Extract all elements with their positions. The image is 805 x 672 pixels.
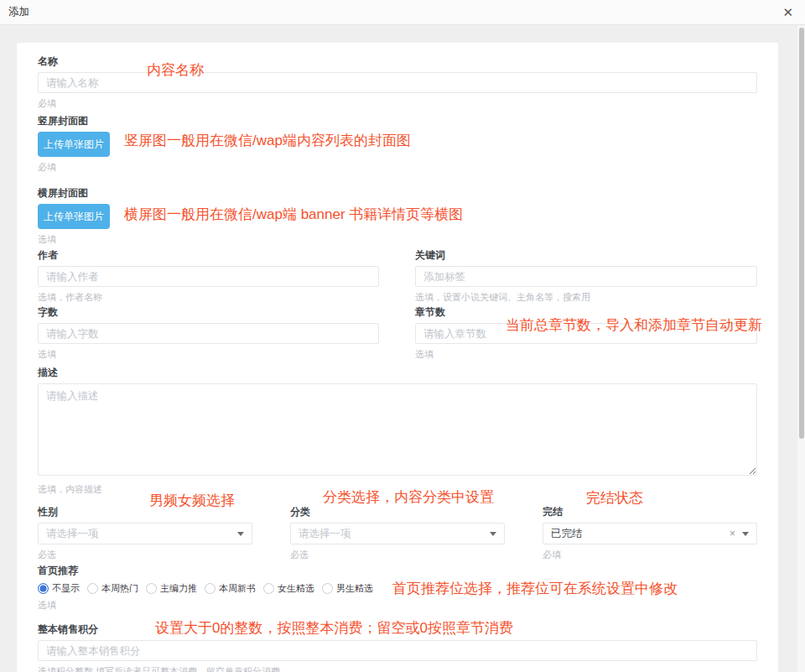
- finished-select-value: 已完结: [551, 527, 730, 541]
- radio-option-label: 本周热门: [101, 582, 138, 595]
- book-points-input[interactable]: [38, 640, 757, 661]
- row-words-chapters: 字数 选填 章节数 选填 当前总章节数，导入和添加章节自动更新: [38, 305, 757, 360]
- finished-select[interactable]: 已完结 ×: [543, 523, 757, 544]
- name-helper: 必填: [38, 97, 757, 109]
- radio-option-1[interactable]: 本周热门: [87, 582, 138, 595]
- radio-checked-icon: [38, 583, 49, 594]
- homepage-rec-helper: 选填: [38, 599, 757, 611]
- chapter-count-helper: 选填: [415, 348, 757, 360]
- dialog-header: 添加 ✕: [0, 0, 805, 25]
- field-description: 描述 选填，内容描述: [38, 366, 757, 495]
- radio-option-label: 不显示: [52, 582, 80, 595]
- keywords-input[interactable]: [415, 266, 757, 287]
- field-landscape-cover: 横屏封面图 上传单张图片 选填 横屏图一般用在微信/wap端 banner 书籍…: [38, 186, 757, 245]
- author-input[interactable]: [38, 266, 379, 287]
- clear-icon[interactable]: ×: [730, 529, 735, 539]
- word-count-helper: 选填: [38, 348, 379, 360]
- word-count-label: 字数: [38, 305, 379, 319]
- landscape-cover-annotation: 横屏图一般用在微信/wap端 banner 书籍详情页等横图: [124, 206, 463, 223]
- field-gender: 性别 请选择一项 必选: [38, 505, 252, 560]
- radio-option-0[interactable]: 不显示: [38, 582, 80, 595]
- portrait-cover-annotation: 竖屏图一般用在微信/wap端内容列表的封面图: [124, 133, 411, 149]
- scrollbar-thumb[interactable]: [799, 28, 804, 439]
- name-input[interactable]: [38, 72, 757, 93]
- portrait-cover-helper: 必填: [38, 161, 757, 173]
- row-author-keywords: 作者 选填，作者名称 关键词 选填，设置小说关键词、主角名等，搜索用: [38, 248, 757, 303]
- chevron-down-icon: [490, 532, 496, 536]
- category-select-placeholder: 请选择一项: [299, 527, 490, 541]
- homepage-rec-annotation: 首页推荐位选择，推荐位可在系统设置中修改: [392, 579, 678, 598]
- portrait-cover-label: 竖屏封面图: [38, 114, 757, 128]
- category-helper: 必选: [290, 549, 505, 560]
- field-name: 名称 必填 内容名称: [38, 55, 757, 109]
- description-label: 描述: [38, 366, 757, 379]
- finished-label: 完结: [543, 505, 757, 518]
- word-count-input[interactable]: [38, 323, 379, 344]
- field-author: 作者 选填，作者名称: [38, 248, 379, 303]
- field-keywords: 关键词 选填，设置小说关键词、主角名等，搜索用: [415, 248, 757, 303]
- field-finished: 完结 已完结 × 必填: [543, 505, 757, 560]
- radio-unchecked-icon: [87, 583, 98, 594]
- chapter-count-input[interactable]: [415, 323, 757, 344]
- landscape-cover-label: 横屏封面图: [38, 186, 757, 200]
- radio-option-label: 男生精选: [336, 582, 373, 595]
- radio-unchecked-icon: [205, 583, 216, 594]
- author-label: 作者: [38, 248, 379, 262]
- scrollbar-track[interactable]: [797, 25, 805, 672]
- radio-option-5[interactable]: 男生精选: [322, 582, 373, 595]
- radio-option-label: 主编力推: [160, 582, 197, 595]
- close-icon[interactable]: ✕: [782, 6, 793, 18]
- description-helper: 选填，内容描述: [38, 483, 757, 495]
- chevron-down-icon: [237, 532, 244, 536]
- name-label: 名称: [38, 55, 757, 68]
- homepage-rec-label: 首页推荐: [38, 564, 757, 577]
- upload-portrait-button[interactable]: 上传单张图片: [38, 132, 110, 157]
- radio-option-2[interactable]: 主编力推: [146, 582, 197, 595]
- radio-option-4[interactable]: 女生精选: [263, 582, 314, 595]
- keywords-helper: 选填，设置小说关键词、主角名等，搜索用: [415, 291, 757, 303]
- description-textarea[interactable]: [38, 383, 757, 476]
- dialog-title: 添加: [8, 5, 29, 19]
- gender-label: 性别: [38, 505, 252, 518]
- radio-option-label: 女生精选: [278, 582, 314, 595]
- field-word-count: 字数 选填: [38, 305, 379, 360]
- radio-unchecked-icon: [322, 583, 333, 594]
- form-card: 名称 必填 内容名称 竖屏封面图 上传单张图片 必填 竖屏图一般用在微信/wap…: [17, 43, 778, 672]
- gender-select[interactable]: 请选择一项: [38, 523, 252, 544]
- field-homepage-rec: 首页推荐 不显示 本周热门 主编力推 本周新书: [38, 564, 757, 611]
- chevron-down-icon: [742, 532, 749, 536]
- gender-helper: 必选: [38, 549, 252, 560]
- book-points-helper: 选填积分整数,填写后读者只可整本消费，留空单章积分消费: [38, 665, 757, 672]
- category-label: 分类: [290, 505, 505, 518]
- gender-select-placeholder: 请选择一项: [46, 527, 237, 541]
- finished-helper: 必填: [543, 549, 757, 560]
- field-portrait-cover: 竖屏封面图 上传单张图片 必填 竖屏图一般用在微信/wap端内容列表的封面图: [38, 114, 757, 173]
- author-helper: 选填，作者名称: [38, 291, 379, 303]
- field-chapter-count: 章节数 选填 当前总章节数，导入和添加章节自动更新: [415, 305, 757, 360]
- category-select[interactable]: 请选择一项: [290, 523, 505, 544]
- field-book-points: 整本销售积分 选填积分整数,填写后读者只可整本消费，留空单章积分消费 设置大于0…: [38, 623, 757, 672]
- keywords-label: 关键词: [415, 248, 757, 262]
- radio-option-label: 本周新书: [219, 582, 256, 595]
- landscape-cover-helper: 选填: [38, 233, 757, 245]
- field-category: 分类 请选择一项 必选: [290, 505, 505, 560]
- row-selects: 男频女频选择 分类选择，内容分类中设置 完结状态 性别 请选择一项 必选 分类 …: [38, 505, 757, 560]
- chapter-count-label: 章节数: [415, 305, 757, 319]
- dialog-background: 名称 必填 内容名称 竖屏封面图 上传单张图片 必填 竖屏图一般用在微信/wap…: [0, 25, 797, 672]
- book-points-label: 整本销售积分: [38, 623, 757, 636]
- upload-landscape-button[interactable]: 上传单张图片: [38, 204, 110, 229]
- radio-unchecked-icon: [146, 583, 157, 594]
- radio-option-3[interactable]: 本周新书: [205, 582, 256, 595]
- homepage-rec-radio-group: 不显示 本周热门 主编力推 本周新书 女生精选: [38, 581, 757, 595]
- radio-unchecked-icon: [263, 583, 274, 594]
